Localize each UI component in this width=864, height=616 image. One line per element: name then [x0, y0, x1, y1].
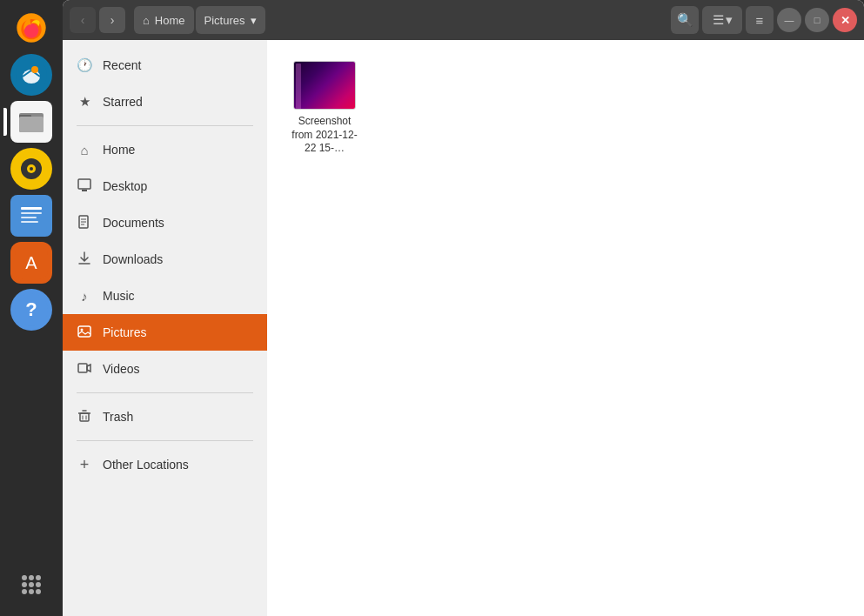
minimize-button[interactable]: — — [777, 8, 801, 32]
search-icon: 🔍 — [677, 12, 693, 28]
videos-icon — [77, 361, 92, 378]
taskbar-appstore[interactable]: A — [10, 242, 52, 284]
desktop-icon — [77, 178, 92, 195]
back-button[interactable]: ‹ — [70, 7, 96, 33]
breadcrumb: ⌂ Home Pictures ▾ — [134, 6, 265, 34]
svg-point-5 — [31, 66, 38, 73]
sidebar-item-trash[interactable]: Trash — [63, 398, 267, 435]
path-breadcrumb-label: Pictures — [204, 14, 245, 27]
file-name: Screenshot from 2021-12-22 15-… — [288, 115, 361, 156]
taskbar-firefox[interactable] — [10, 7, 52, 49]
sidebar-item-starred[interactable]: ★ Starred — [63, 84, 267, 120]
taskbar-help[interactable]: ? — [10, 289, 52, 331]
svg-rect-38 — [78, 326, 90, 337]
main-window: ‹ › ⌂ Home Pictures ▾ 🔍 ☰ ▾ — [63, 0, 864, 616]
taskbar-grid[interactable] — [10, 564, 52, 606]
maximize-button[interactable]: □ — [805, 8, 829, 32]
trash-icon — [77, 409, 92, 425]
sidebar-item-recent-label: Recent — [103, 58, 141, 72]
sidebar-item-documents-label: Documents — [103, 216, 164, 230]
svg-rect-40 — [78, 364, 87, 372]
sidebar-item-starred-label: Starred — [103, 95, 143, 109]
svg-rect-14 — [21, 207, 42, 210]
downloads-icon — [77, 251, 92, 268]
taskbar-thunderbird[interactable] — [10, 54, 52, 96]
sidebar-item-home-label: Home — [103, 143, 135, 157]
content-area: 🕐 Recent ★ Starred ⌂ Home Desktop — [63, 40, 864, 616]
pictures-icon — [77, 325, 92, 341]
svg-point-26 — [29, 582, 34, 587]
view-dropdown-icon: ▾ — [726, 12, 733, 28]
file-grid: Screenshot from 2021-12-22 15-… — [281, 54, 850, 163]
search-button[interactable]: 🔍 — [671, 6, 699, 34]
path-dropdown-icon: ▾ — [251, 14, 257, 27]
svg-rect-13 — [16, 200, 47, 231]
sidebar-separator-3 — [77, 440, 253, 441]
svg-point-25 — [22, 582, 27, 587]
menu-button[interactable]: ≡ — [746, 6, 774, 34]
music-icon: ♪ — [77, 289, 92, 304]
taskbar-rhythmbox[interactable] — [10, 148, 52, 190]
home-breadcrumb-label: Home — [155, 14, 185, 27]
sidebar-item-desktop[interactable]: Desktop — [63, 168, 267, 204]
svg-rect-15 — [21, 212, 42, 214]
sidebar: 🕐 Recent ★ Starred ⌂ Home Desktop — [63, 40, 267, 616]
svg-point-30 — [36, 589, 41, 594]
minimize-icon: — — [785, 15, 794, 25]
svg-point-29 — [29, 589, 34, 594]
sidebar-separator-1 — [77, 125, 253, 126]
svg-point-12 — [30, 167, 33, 171]
sidebar-item-downloads-label: Downloads — [103, 252, 163, 266]
taskbar: A ? — [0, 0, 63, 616]
svg-point-22 — [22, 575, 27, 580]
taskbar-files[interactable] — [10, 101, 52, 143]
svg-point-27 — [36, 582, 41, 587]
sidebar-item-downloads[interactable]: Downloads — [63, 241, 267, 278]
screenshot-preview — [294, 62, 355, 109]
maximize-icon: □ — [814, 15, 820, 25]
sidebar-item-pictures[interactable]: Pictures — [63, 314, 267, 351]
svg-text:A: A — [25, 253, 37, 272]
svg-rect-17 — [21, 221, 38, 223]
sidebar-item-videos-label: Videos — [103, 362, 140, 376]
documents-icon — [77, 215, 92, 231]
view-toggle-button[interactable]: ☰ ▾ — [702, 6, 742, 34]
other-locations-icon: + — [77, 456, 92, 474]
forward-button[interactable]: › — [99, 7, 125, 33]
sidebar-item-home[interactable]: ⌂ Home — [63, 131, 267, 168]
svg-point-39 — [81, 328, 84, 331]
path-breadcrumb-button[interactable]: Pictures ▾ — [196, 6, 265, 34]
svg-rect-32 — [82, 190, 87, 191]
sidebar-item-other-locations[interactable]: + Other Locations — [63, 446, 267, 483]
titlebar: ‹ › ⌂ Home Pictures ▾ 🔍 ☰ ▾ — [63, 0, 864, 40]
sidebar-item-pictures-label: Pictures — [103, 325, 147, 339]
svg-text:?: ? — [25, 298, 37, 320]
sidebar-item-music-label: Music — [103, 289, 135, 303]
svg-rect-8 — [19, 117, 44, 132]
sidebar-item-recent[interactable]: 🕐 Recent — [63, 47, 267, 84]
svg-point-24 — [36, 575, 41, 580]
close-button[interactable]: ✕ — [833, 8, 857, 32]
forward-icon: › — [111, 13, 115, 27]
sidebar-item-desktop-label: Desktop — [103, 179, 147, 193]
back-icon: ‹ — [81, 13, 85, 27]
recent-icon: 🕐 — [77, 57, 92, 73]
file-item-screenshot[interactable]: Screenshot from 2021-12-22 15-… — [281, 54, 368, 163]
sidebar-separator-2 — [77, 392, 253, 393]
svg-rect-16 — [21, 217, 37, 218]
hamburger-icon: ≡ — [756, 13, 764, 28]
taskbar-writer[interactable] — [10, 195, 52, 237]
sidebar-item-trash-label: Trash — [103, 410, 133, 424]
starred-icon: ★ — [77, 94, 92, 110]
home-breadcrumb-button[interactable]: ⌂ Home — [134, 6, 194, 34]
file-area: Screenshot from 2021-12-22 15-… — [267, 40, 864, 616]
sidebar-item-documents[interactable]: Documents — [63, 204, 267, 241]
home-breadcrumb-icon: ⌂ — [143, 14, 150, 27]
list-view-icon: ☰ — [713, 12, 724, 28]
sidebar-item-videos[interactable]: Videos — [63, 351, 267, 387]
svg-point-23 — [29, 575, 34, 580]
svg-point-28 — [22, 589, 27, 594]
sidebar-item-music[interactable]: ♪ Music — [63, 278, 267, 314]
file-thumbnail — [293, 61, 356, 110]
svg-rect-41 — [80, 413, 89, 421]
